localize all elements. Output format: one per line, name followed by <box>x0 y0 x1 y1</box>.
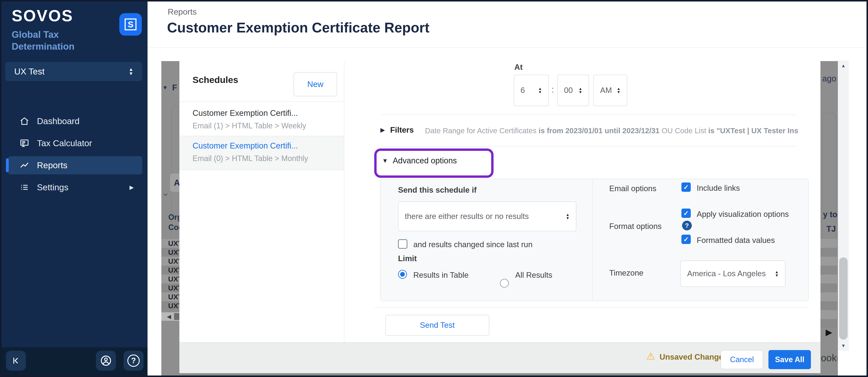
help-icon[interactable]: ? <box>682 221 692 230</box>
header-divider <box>148 47 868 48</box>
filter-segment: Date Range for Active Certificates <box>425 126 538 135</box>
advanced-panel-divider <box>592 179 593 301</box>
sidebar-item-label: Reports <box>37 160 67 170</box>
include-links-label[interactable]: Include links <box>697 184 740 193</box>
scroll-up-icon[interactable]: ▲ <box>838 63 849 68</box>
sidebar-item-label: Settings <box>37 183 68 192</box>
app-window: SOVOS Global Tax Determination S UX Test… <box>0 0 868 377</box>
modal-vertical-divider <box>344 61 344 342</box>
collapse-sidebar-button[interactable] <box>6 351 26 371</box>
workspace-label: UX Test <box>14 67 44 76</box>
timezone-value: America - Los Angeles <box>687 269 766 278</box>
help-button[interactable]: ? <box>124 351 144 371</box>
table-row: UXT <box>161 292 179 301</box>
account-button[interactable] <box>96 351 116 371</box>
table-row: UXT <box>161 265 179 275</box>
chevron-right-icon: ▶ <box>129 184 134 191</box>
hour-select[interactable]: 6 ▲▼ <box>514 75 549 106</box>
filters-label[interactable]: Filters <box>390 126 414 134</box>
cancel-button[interactable]: Cancel <box>721 350 763 369</box>
minute-select[interactable]: 00 ▲▼ <box>557 75 589 106</box>
all-results-radio[interactable] <box>500 279 509 288</box>
sidebar-item-tax-calculator[interactable]: Tax Calculator <box>8 134 142 152</box>
divider <box>179 101 344 102</box>
sovos-badge-letter: S <box>125 19 136 30</box>
meridiem-value: AM <box>600 86 612 95</box>
home-icon <box>20 116 29 126</box>
formatted-values-checkbox[interactable]: ✓ <box>681 234 691 244</box>
sidebar-item-reports[interactable]: Reports <box>8 156 142 175</box>
include-links-checkbox[interactable]: ✓ <box>681 183 691 192</box>
scroll-left-icon[interactable]: ◀ <box>167 313 171 320</box>
vscroll-thumb[interactable] <box>839 257 848 340</box>
schedules-title: Schedules <box>192 75 238 85</box>
list-icon <box>20 183 29 192</box>
select-arrows-icon: ▲▼ <box>579 87 582 94</box>
select-arrows-icon: ▲▼ <box>566 213 569 220</box>
hour-value: 6 <box>521 86 525 95</box>
schedule-item-name-selected[interactable]: Customer Exemption Certifi... <box>192 141 298 150</box>
check-icon: ✓ <box>683 183 689 191</box>
save-all-button[interactable]: Save All <box>769 350 811 369</box>
sovos-badge-icon: S <box>119 13 142 36</box>
person-icon <box>100 354 112 367</box>
product-name: Global Tax Determination <box>12 29 82 53</box>
active-indicator <box>6 158 9 172</box>
apply-visualization-label[interactable]: Apply visualization options <box>697 210 789 219</box>
sidebar-item-label: Dashboard <box>37 116 80 126</box>
vertical-scrollbar[interactable]: ▲ ▼ <box>838 60 849 351</box>
results-in-table-radio[interactable] <box>398 270 407 279</box>
new-schedule-button[interactable]: New <box>293 72 337 96</box>
timezone-label: Timezone <box>609 269 643 278</box>
meridiem-select[interactable]: AM ▲▼ <box>593 75 627 106</box>
schedule-item-selected-bg <box>179 136 344 170</box>
table-row: UXT <box>161 283 179 292</box>
bg-filter-fragment: F <box>172 83 177 92</box>
results-in-table-label[interactable]: Results in Table <box>413 271 469 280</box>
bg-fragment-ago: ago <box>822 74 836 83</box>
schedule-item-name[interactable]: Customer Exemption Certifi... <box>192 108 298 118</box>
schedule-item-meta: Email (1) > HTML Table > Weekly <box>192 121 306 130</box>
page-title: Customer Exemption Certificate Report <box>167 20 429 36</box>
all-results-label[interactable]: All Results <box>515 271 552 280</box>
sidebar-item-label: Tax Calculator <box>37 138 92 148</box>
check-icon: ✓ <box>683 210 689 217</box>
minute-value: 00 <box>564 86 573 95</box>
send-test-button[interactable]: Send Test <box>385 315 489 336</box>
collapse-icon <box>11 355 21 366</box>
bg-fragment-tj: TJ <box>827 224 836 233</box>
results-changed-checkbox[interactable] <box>398 239 407 249</box>
calculator-icon <box>20 138 29 148</box>
divider <box>179 136 344 136</box>
workspace-selector[interactable]: UX Test ▲▼ <box>5 62 142 81</box>
timezone-select[interactable]: America - Los Angeles ▲▼ <box>680 260 785 287</box>
sovos-logo: SOVOS <box>12 6 73 25</box>
scroll-down-icon[interactable]: ▼ <box>838 343 849 349</box>
bg-hscrollbar[interactable]: ◀ <box>161 312 179 321</box>
select-arrows-icon: ▲▼ <box>775 270 779 277</box>
format-options-label: Format options <box>609 222 662 231</box>
hscroll-thumb[interactable] <box>174 313 179 320</box>
apply-visualization-checkbox[interactable]: ✓ <box>681 209 691 218</box>
filters-expand-icon[interactable]: ▶ <box>380 126 385 133</box>
bg-fragment-ooker: ooker <box>821 352 837 364</box>
annotation-highlight <box>374 149 494 178</box>
sidebar-item-settings[interactable]: Settings ▶ <box>8 178 142 196</box>
table-row: UXT <box>161 248 179 257</box>
schedule-item-meta: Email (0) > HTML Table > Monthly <box>192 154 308 163</box>
chevron-up-down-icon: ▲▼ <box>129 67 133 76</box>
divider <box>381 115 797 115</box>
divider <box>381 146 797 147</box>
results-changed-label[interactable]: and results changed since last run <box>413 240 533 249</box>
divider <box>375 307 809 308</box>
formatted-values-label[interactable]: Formatted data values <box>697 236 775 245</box>
sidebar-item-dashboard[interactable]: Dashboard <box>8 112 142 130</box>
divider <box>179 170 344 170</box>
bg-table-rows-right <box>820 239 837 328</box>
send-if-select[interactable]: there are either results or no results ▲… <box>398 201 576 231</box>
send-if-value: there are either results or no results <box>405 212 529 221</box>
chart-line-icon <box>20 160 29 170</box>
bg-collapse-triangle-icon: ▼ <box>162 85 168 91</box>
filter-segment: is from 2023/01/01 until 2023/12/31 <box>538 126 662 135</box>
bg-next-page-icon: ▶ <box>826 327 832 337</box>
